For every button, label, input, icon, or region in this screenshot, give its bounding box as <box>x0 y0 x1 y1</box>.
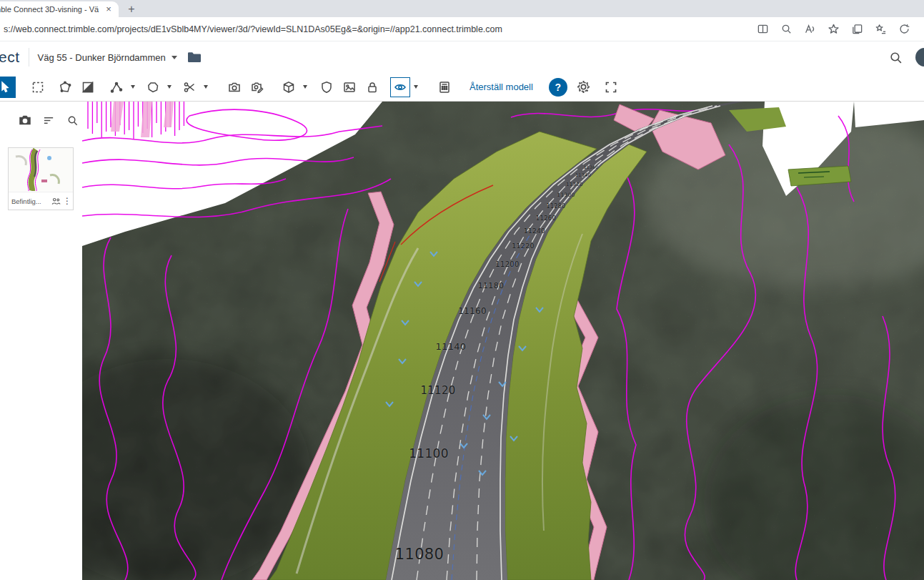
shield-icon <box>320 81 333 94</box>
new-tab-button[interactable]: + <box>123 1 140 17</box>
keypad-icon <box>438 81 451 94</box>
polygon-select-button[interactable] <box>54 77 76 98</box>
marquee-select-button[interactable] <box>27 77 49 98</box>
views-sidebar: Befintlig... ⋮ <box>0 102 82 580</box>
scissors-icon <box>183 81 196 94</box>
models-dropdown-caret[interactable] <box>301 77 309 98</box>
clip-dropdown-caret[interactable] <box>202 77 209 98</box>
screenshot-button[interactable] <box>339 77 360 98</box>
snapshot-button[interactable] <box>224 77 245 98</box>
sort-views-icon[interactable] <box>43 114 55 129</box>
visibility-dropdown-caret[interactable] <box>412 77 419 98</box>
marquee-icon <box>31 81 44 94</box>
add-view-camera-icon[interactable] <box>19 114 31 129</box>
header-divider <box>29 48 29 67</box>
address-bar-url[interactable]: s://web.connect.trimble.com/projects/dE1… <box>0 24 754 34</box>
clip-tool-button[interactable] <box>179 77 200 98</box>
address-bar-actions <box>754 21 924 38</box>
cursor-arrow-icon <box>0 81 11 94</box>
app-header: ect Väg 55 - Dunker Björndammen <box>0 41 924 73</box>
eye-icon <box>394 81 407 94</box>
gear-icon <box>577 80 590 94</box>
fullscreen-icon <box>605 81 617 94</box>
split-screen-icon[interactable] <box>754 21 771 38</box>
measure-icon <box>110 81 123 94</box>
camera-edit-icon <box>251 81 264 94</box>
protection-button[interactable] <box>316 77 337 98</box>
view-name: Befintlig... <box>11 197 49 205</box>
shape-icon <box>146 81 159 94</box>
reset-model-button[interactable]: Återställ modell <box>462 82 540 92</box>
favorite-star-icon[interactable] <box>825 21 842 38</box>
collections-icon[interactable] <box>848 21 865 38</box>
padlock-icon <box>366 81 379 94</box>
project-selector[interactable]: Väg 55 - Dunker Björndammen <box>38 52 177 63</box>
zoom-icon[interactable] <box>778 21 795 38</box>
header-search-icon[interactable] <box>889 51 903 64</box>
calculation-button[interactable] <box>434 77 455 98</box>
shape-tool-button[interactable] <box>142 77 164 98</box>
view-menu-kebab[interactable]: ⋮ <box>63 196 70 206</box>
invert-icon <box>81 81 94 94</box>
camera-icon <box>228 81 241 94</box>
3d-scene <box>82 102 924 580</box>
project-folder-icon[interactable] <box>187 51 202 63</box>
measure-tool-button[interactable] <box>106 77 127 98</box>
select-tool-button[interactable] <box>0 77 16 98</box>
cube-icon <box>282 81 295 94</box>
shape-dropdown-caret[interactable] <box>165 77 173 98</box>
favorites-bar-icon[interactable] <box>872 21 889 38</box>
search-views-icon[interactable] <box>66 114 79 129</box>
view-thumbnail[interactable] <box>9 148 73 192</box>
browser-tab-strip: mble Connect 3D-visning - Vä × + <box>0 0 924 17</box>
lock-button[interactable] <box>362 77 383 98</box>
image-icon <box>343 81 356 94</box>
settings-button[interactable] <box>573 77 595 98</box>
fullscreen-button[interactable] <box>600 77 622 98</box>
help-button[interactable]: ? <box>549 78 567 97</box>
models-button[interactable] <box>278 77 299 98</box>
saved-view-card[interactable]: Befintlig... ⋮ <box>8 147 74 210</box>
browser-tab[interactable]: mble Connect 3D-visning - Vä × <box>0 1 119 17</box>
3d-viewport[interactable]: 1108011100111201114011160111801120011220… <box>82 102 924 580</box>
project-dropdown-caret[interactable] <box>172 56 177 59</box>
shared-users-icon <box>51 197 61 205</box>
user-avatar[interactable] <box>915 48 924 67</box>
viewer-toolbar: Återställ modell ? <box>0 73 924 102</box>
trimble-connect-logo: ect <box>0 49 20 66</box>
browser-address-bar: s://web.connect.trimble.com/projects/dE1… <box>0 17 924 41</box>
polygon-select-icon <box>59 81 71 94</box>
tab-close-icon[interactable]: × <box>103 4 114 15</box>
tab-title: mble Connect 3D-visning - Vä <box>0 5 103 14</box>
invert-selection-button[interactable] <box>77 77 99 98</box>
markup-button[interactable] <box>247 77 268 98</box>
visibility-button[interactable] <box>390 77 410 97</box>
browser-essentials-icon[interactable] <box>895 21 913 38</box>
measure-dropdown-caret[interactable] <box>129 77 136 98</box>
project-name: Väg 55 - Dunker Björndammen <box>38 52 166 63</box>
read-aloud-icon[interactable] <box>801 21 818 38</box>
